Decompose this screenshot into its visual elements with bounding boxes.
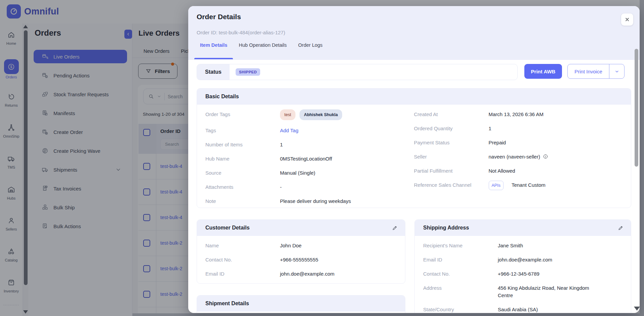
detail-row: Email IDjohn.doe@example.com bbox=[423, 256, 622, 264]
customer-details-header: Customer Details bbox=[197, 220, 405, 236]
detail-value-wrap: 1 bbox=[280, 141, 283, 148]
detail-value-wrap: Not Allowed bbox=[489, 167, 515, 175]
detail-value-wrap: March 13, 2026 6:36 AM bbox=[489, 111, 544, 118]
detail-value-wrap: +966-12-345-6789 bbox=[498, 270, 539, 278]
modal-title: Order Details bbox=[197, 13, 241, 21]
detail-label: Source bbox=[205, 169, 280, 177]
detail-value-wrap: naveen (naveen-seller) bbox=[489, 153, 548, 161]
detail-row: NotePlease deliver during weekdays bbox=[205, 198, 414, 205]
shipment-details-header: Shipment Details bbox=[197, 295, 405, 312]
detail-value: naveen (naveen-seller) bbox=[489, 153, 540, 161]
detail-value: Saudi Arabia (SA) bbox=[498, 306, 538, 313]
detail-value-wrap: Please deliver during weekdays bbox=[280, 198, 351, 205]
detail-value-wrap: Prepaid bbox=[489, 139, 506, 146]
pencil-icon[interactable] bbox=[618, 225, 623, 231]
detail-row: Contact No.+966-555555555 bbox=[205, 256, 397, 264]
detail-value-wrap: John Doe bbox=[280, 242, 301, 249]
detail-value-wrap: 456 King Abdulaziz Road, Near Kingdom Ce… bbox=[498, 284, 599, 299]
detail-value: 1 bbox=[280, 141, 283, 148]
status-card: Status SHIPPED bbox=[197, 64, 518, 80]
detail-label: Partial Fulfillment bbox=[414, 167, 489, 175]
detail-value: March 13, 2026 6:36 AM bbox=[489, 111, 544, 118]
modal-scroll-down-arrow[interactable] bbox=[634, 307, 640, 311]
customer-details-card: Customer Details NameJohn DoeContact No.… bbox=[197, 219, 405, 284]
basic-details-right-column: Created AtMarch 13, 2026 6:36 AMOrdered … bbox=[414, 111, 623, 208]
modal-tabs: Item Details Hub Operation Details Order… bbox=[194, 40, 328, 60]
detail-row: Sellernaveen (naveen-seller) bbox=[414, 153, 623, 161]
basic-details-title: Basic Details bbox=[205, 94, 239, 100]
detail-label: Name bbox=[205, 242, 280, 249]
detail-value-wrap: Add Tag bbox=[280, 127, 298, 134]
status-badge: SHIPPED bbox=[236, 68, 260, 76]
detail-value: Tenant Custom bbox=[512, 181, 546, 189]
status-label: Status bbox=[197, 64, 230, 80]
detail-value: +966-555555555 bbox=[280, 256, 318, 264]
detail-value-wrap: - bbox=[280, 183, 282, 191]
pencil-icon[interactable] bbox=[392, 225, 398, 231]
detail-value: +966-12-345-6789 bbox=[498, 270, 539, 278]
detail-row: Order TagstestAbhishek Shukla bbox=[205, 111, 414, 120]
detail-row: Recipient's NameJane Smith bbox=[423, 242, 622, 249]
detail-value: - bbox=[280, 183, 282, 191]
detail-label: Seller bbox=[414, 153, 489, 161]
apis-badge: APIs bbox=[489, 181, 504, 190]
detail-row: Created AtMarch 13, 2026 6:36 AM bbox=[414, 111, 623, 118]
modal-close-button[interactable] bbox=[621, 13, 633, 26]
detail-value: Prepaid bbox=[489, 139, 506, 146]
print-invoice-caret[interactable] bbox=[609, 64, 624, 78]
detail-row: Attachments- bbox=[205, 183, 414, 191]
detail-value-wrap: 1 bbox=[489, 125, 491, 132]
tab-hub-operation-details[interactable]: Hub Operation Details bbox=[233, 40, 292, 60]
shipping-address-title: Shipping Address bbox=[423, 225, 469, 231]
shipping-address-card: Shipping Address Recipient's NameJane Sm… bbox=[414, 219, 631, 313]
detail-label: Recipient's Name bbox=[423, 242, 498, 249]
shipment-details-card: Shipment Details bbox=[197, 295, 405, 313]
add-tag-link[interactable]: Add Tag bbox=[280, 127, 298, 134]
basic-details-header: Basic Details bbox=[197, 89, 631, 105]
detail-value-wrap: 0MSTestingLocationOff bbox=[280, 155, 332, 163]
detail-value-wrap: Jane Smith bbox=[498, 242, 523, 249]
detail-row: Email IDjohn.doe@example.com bbox=[205, 270, 397, 278]
detail-value: John Doe bbox=[280, 242, 301, 249]
modal-header: Order Details Order ID: test-bulk-484(or… bbox=[188, 6, 640, 60]
modal-order-id-subtitle: Order ID: test-bulk-484(order-alias-127) bbox=[197, 30, 285, 35]
detail-row: Ordered Quantity1 bbox=[414, 125, 623, 132]
basic-details-left-column: Order TagstestAbhishek ShuklaTagsAdd Tag… bbox=[205, 111, 414, 208]
detail-value-wrap: +966-555555555 bbox=[280, 256, 318, 264]
modal-scrollbar-thumb[interactable] bbox=[635, 49, 638, 167]
detail-label: Email ID bbox=[205, 270, 280, 278]
order-details-modal: Order Details Order ID: test-bulk-484(or… bbox=[188, 6, 640, 313]
customer-details-title: Customer Details bbox=[205, 225, 250, 231]
shipping-address-header: Shipping Address bbox=[415, 220, 631, 236]
tab-item-details[interactable]: Item Details bbox=[194, 40, 233, 60]
detail-row: Number of Items1 bbox=[205, 141, 414, 148]
detail-label: Attachments bbox=[205, 183, 280, 191]
detail-label: Number of Items bbox=[205, 141, 280, 148]
detail-label: Contact No. bbox=[423, 270, 498, 278]
detail-row: State/CountrySaudi Arabia (SA) bbox=[423, 306, 622, 313]
print-awb-button[interactable]: Print AWB bbox=[524, 64, 562, 79]
shipment-details-title: Shipment Details bbox=[205, 301, 249, 307]
info-icon[interactable] bbox=[543, 154, 548, 159]
detail-value-wrap: john.doe@example.com bbox=[280, 270, 334, 278]
detail-label: Order Tags bbox=[205, 111, 280, 120]
detail-value: 1 bbox=[489, 125, 491, 132]
detail-value: 0MSTestingLocationOff bbox=[280, 155, 332, 163]
tab-order-logs[interactable]: Order Logs bbox=[292, 40, 328, 60]
detail-row: SourceManual (Single) bbox=[205, 169, 414, 177]
detail-value: john.doe@example.com bbox=[498, 256, 552, 264]
print-invoice-label[interactable]: Print Invoice bbox=[568, 64, 609, 78]
order-tag: Abhishek Shukla bbox=[299, 109, 342, 120]
detail-label: Created At bbox=[414, 111, 489, 118]
detail-value: Not Allowed bbox=[489, 167, 515, 175]
detail-label: Payment Status bbox=[414, 139, 489, 146]
detail-value: john.doe@example.com bbox=[280, 270, 334, 278]
detail-label: Address bbox=[423, 284, 498, 299]
print-invoice-split-button[interactable]: Print Invoice bbox=[567, 64, 625, 79]
detail-row: Partial FulfillmentNot Allowed bbox=[414, 167, 623, 175]
detail-row: Contact No.+966-12-345-6789 bbox=[423, 270, 622, 278]
order-tag: test bbox=[280, 109, 295, 120]
close-icon bbox=[625, 17, 630, 22]
detail-label: State/Country bbox=[423, 306, 498, 313]
detail-label: Email ID bbox=[423, 256, 498, 264]
